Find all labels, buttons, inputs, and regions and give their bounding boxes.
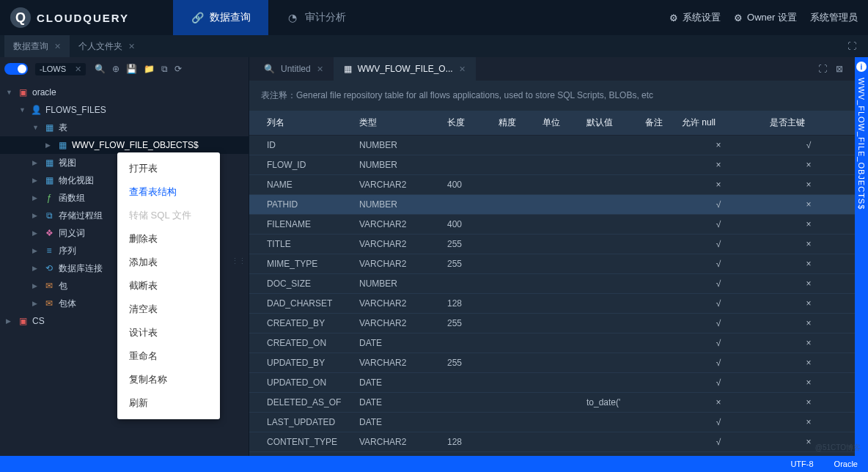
sidebar: ✕ 🔍 ⊕ 💾 📁 ⧉ ⟳ ▼▣oracle ▼👤FLOWS_FILES ▼▦表 — [0, 57, 249, 456]
col-remark-header[interactable]: 备注 — [638, 111, 674, 136]
columns-table: 列名 类型 长度 精度 单位 默认值 备注 允许 null 是否主键 IDNUM… — [249, 111, 855, 456]
col-name-header[interactable]: 列名 — [249, 111, 352, 136]
col-len-header[interactable]: 长度 — [440, 111, 491, 136]
context-menu-item[interactable]: 查看表结构 — [117, 180, 220, 204]
context-menu-item[interactable]: 复制名称 — [117, 368, 220, 391]
editor-tab[interactable]: 🔍Untitled✕ — [254, 57, 334, 81]
table-row[interactable]: UPDATED_ONDATE√× — [249, 373, 855, 393]
table-row[interactable]: MIME_TYPEVARCHAR2255√× — [249, 254, 855, 274]
nav-icon: ◔ — [286, 11, 299, 24]
close-icon[interactable]: ✕ — [317, 64, 323, 74]
table-row[interactable]: CONTENT_TYPEVARCHAR2128√× — [249, 432, 855, 452]
col-null-header[interactable]: 允许 null — [674, 111, 762, 136]
user-gear-icon: ⚙ — [734, 12, 743, 23]
tree-schema[interactable]: ▼👤FLOWS_FILES — [0, 101, 249, 119]
node-icon: ▦ — [44, 175, 54, 185]
close-icon[interactable]: ✕ — [128, 42, 135, 51]
right-sidebar[interactable]: i WWV_FLOW_FILE_OBJECTS$ — [855, 57, 868, 456]
table-row[interactable]: BLOB_CONTENTBLOB√× — [249, 452, 855, 457]
node-icon: ⧉ — [44, 210, 54, 221]
admin-link[interactable]: 系统管理员 — [810, 11, 858, 24]
context-menu-item[interactable]: 打开表 — [117, 157, 220, 180]
context-menu-item[interactable]: 添加表 — [117, 251, 220, 274]
save-icon[interactable]: 💾 — [126, 64, 137, 74]
refresh-icon[interactable]: ⟳ — [174, 64, 182, 74]
col-unit-header[interactable]: 单位 — [535, 111, 579, 136]
col-def-header[interactable]: 默认值 — [579, 111, 638, 136]
table-row[interactable]: TITLEVARCHAR2255√× — [249, 235, 855, 254]
tab-icon: ▦ — [344, 64, 352, 74]
col-type-header[interactable]: 类型 — [352, 111, 440, 136]
context-menu-item[interactable]: 重命名 — [117, 344, 220, 368]
nav-icon: 🔗 — [191, 11, 204, 24]
clear-search-icon[interactable]: ✕ — [75, 64, 81, 74]
context-menu-item[interactable]: 设计表 — [117, 321, 220, 344]
table-row[interactable]: PATHIDNUMBER√× — [249, 195, 855, 215]
table-row[interactable]: DOC_SIZENUMBER√× — [249, 274, 855, 294]
tabbar: 数据查询✕个人文件夹✕ ⛶ — [0, 35, 868, 57]
node-icon: ≡ — [44, 246, 54, 256]
new-query-icon[interactable]: ⊕ — [112, 64, 119, 74]
app-name: CLOUDQUERY — [37, 12, 129, 24]
watermark: @51CTO博客 — [815, 443, 861, 453]
table-row[interactable]: LAST_UPDATEDDATE√× — [249, 413, 855, 432]
table-row[interactable]: IDNUMBER×√ — [249, 136, 855, 155]
search-input[interactable] — [40, 64, 75, 73]
system-settings-link[interactable]: ⚙系统设置 — [669, 11, 721, 24]
table-row[interactable]: UPDATED_BYVARCHAR2255√× — [249, 353, 855, 373]
node-icon: ✉ — [44, 281, 54, 291]
topnav-item[interactable]: ◔审计分析 — [268, 0, 364, 35]
editor-tab[interactable]: ▦WWV_FLOW_FILE_O...✕ — [334, 57, 476, 81]
tree-selected-table[interactable]: ▶▦WWV_FLOW_FILE_OBJECTS$ — [0, 136, 249, 154]
close-all-icon[interactable]: ⊠ — [836, 64, 843, 74]
tree-db-oracle[interactable]: ▼▣oracle — [0, 84, 249, 101]
fullscreen-icon[interactable]: ⛶ — [847, 41, 864, 51]
table-row[interactable]: DELETED_AS_OFDATEto_date('×× — [249, 393, 855, 413]
database-icon: ▣ — [18, 87, 28, 97]
logo-icon: Q — [10, 7, 31, 28]
topnav-item[interactable]: 🔗数据查询 — [173, 0, 268, 35]
statusbar: UTF-8 Oracle — [0, 456, 868, 472]
context-menu-item[interactable]: 删除表 — [117, 227, 220, 251]
db-tree: ▼▣oracle ▼👤FLOWS_FILES ▼▦表 ▶▦WWV_FLOW_FI… — [0, 81, 249, 456]
node-icon: ⟲ — [44, 263, 54, 273]
context-menu-item[interactable]: 刷新 — [117, 391, 220, 415]
folder-icon[interactable]: 📁 — [144, 64, 155, 74]
context-menu-item[interactable]: 清空表 — [117, 298, 220, 321]
search-icon[interactable]: 🔍 — [95, 64, 106, 74]
sidebar-toggle[interactable] — [4, 63, 28, 75]
table-icon: ▦ — [57, 140, 67, 150]
table-row[interactable]: FILENAMEVARCHAR2400√× — [249, 215, 855, 235]
tree-search[interactable]: ✕ — [35, 63, 86, 75]
workspace-tab[interactable]: 数据查询✕ — [4, 35, 70, 57]
table-row[interactable]: FLOW_IDNUMBER×× — [249, 155, 855, 175]
topbar: Q CLOUDQUERY 🔗数据查询◔审计分析 ⚙系统设置 ⚙Owner 设置 … — [0, 0, 868, 35]
copy-icon[interactable]: ⧉ — [161, 64, 168, 74]
table-row[interactable]: NAMEVARCHAR2400×× — [249, 175, 855, 195]
context-menu-item: 转储 SQL 文件 — [117, 204, 220, 227]
owner-settings-link[interactable]: ⚙Owner 设置 — [734, 11, 797, 24]
node-icon: ❖ — [44, 228, 54, 238]
table-group-icon: ▦ — [44, 122, 54, 133]
close-icon[interactable]: ✕ — [54, 42, 61, 51]
table-comment: 表注释：General file repository table for al… — [249, 81, 855, 111]
node-icon: ▦ — [44, 158, 54, 168]
col-pk-header[interactable]: 是否主键 — [762, 111, 855, 136]
col-prec-header[interactable]: 精度 — [491, 111, 535, 136]
table-row[interactable]: CREATED_ONDATE√× — [249, 333, 855, 353]
info-icon[interactable]: i — [856, 62, 867, 72]
sliders-icon: ⚙ — [669, 12, 678, 23]
expand-icon[interactable]: ⛶ — [818, 64, 827, 74]
table-row[interactable]: DAD_CHARSETVARCHAR2128√× — [249, 294, 855, 314]
node-icon: ƒ — [44, 193, 54, 203]
drag-handle-icon[interactable]: ⋮⋮ — [231, 257, 246, 266]
context-menu-item[interactable]: 截断表 — [117, 274, 220, 298]
status-encoding: UTF-8 — [790, 460, 813, 468]
table-row[interactable]: CREATED_BYVARCHAR2255√× — [249, 314, 855, 333]
main-panel: 🔍Untitled✕▦WWV_FLOW_FILE_O...✕ ⛶ ⊠ 表注释：G… — [249, 57, 855, 456]
close-icon[interactable]: ✕ — [459, 64, 466, 74]
logo: Q CLOUDQUERY — [10, 7, 129, 28]
workspace-tab[interactable]: 个人文件夹✕ — [70, 35, 144, 57]
tree-tables[interactable]: ▼▦表 — [0, 119, 249, 136]
rightbar-label: WWV_FLOW_FILE_OBJECTS$ — [857, 78, 866, 210]
